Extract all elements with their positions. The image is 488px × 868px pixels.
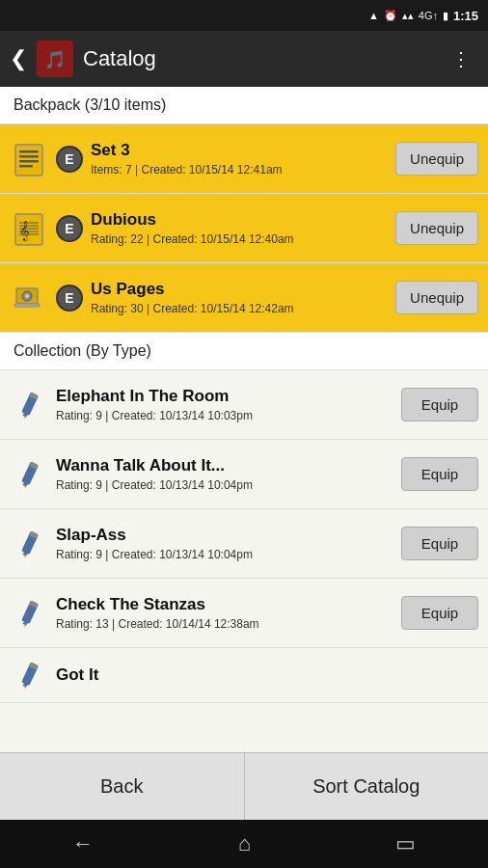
back-button[interactable]: Back <box>0 753 245 820</box>
equip-button-2[interactable]: Equip <box>401 457 478 491</box>
backpack-section-header: Backpack (3/10 items) <box>0 87 488 124</box>
collection-info-2: Wanna Talk About It... Rating: 9 | Creat… <box>56 456 393 492</box>
collection-name-4: Check The Stanzas <box>56 595 393 614</box>
network-icon: 4G↑ <box>419 10 438 21</box>
app-logo: 🎵 <box>37 41 73 77</box>
collection-meta-2: Rating: 9 | Created: 10/13/14 10:04pm <box>56 478 393 492</box>
status-time: 1:15 <box>453 9 478 23</box>
collection-item-3: Slap-Ass Rating: 9 | Created: 10/13/14 1… <box>0 509 488 579</box>
status-icons: ▲ ⏰ ▴▴ 4G↑ ▮ 1:15 <box>368 9 478 23</box>
item-info-3: Us Pages Rating: 30 | Created: 10/15/14 … <box>91 280 388 315</box>
item-icon-pencil-2 <box>10 455 48 494</box>
collection-item-1: Elephant In The Room Rating: 9 | Created… <box>0 370 488 440</box>
collection-item-2: Wanna Talk About It... Rating: 9 | Creat… <box>0 440 488 509</box>
backpack-item-3: E Us Pages Rating: 30 | Created: 10/15/1… <box>0 263 488 333</box>
sort-catalog-button[interactable]: Sort Catalog <box>245 753 489 820</box>
collection-name-2: Wanna Talk About It... <box>56 456 393 475</box>
collection-meta-1: Rating: 9 | Created: 10/13/14 10:03pm <box>56 409 393 422</box>
alarm-icon: ⏰ <box>384 10 397 22</box>
android-recent-button[interactable]: ▭ <box>395 831 416 856</box>
back-arrow-icon[interactable]: ❮ <box>10 46 27 71</box>
equipped-badge-2: E <box>56 215 83 242</box>
svg-rect-3 <box>19 150 39 153</box>
app-bar: ❮ 🎵 Catalog ⋮ <box>0 31 488 87</box>
wifi-icon: ▴▴ <box>402 10 414 22</box>
item-name-1: Set 3 <box>91 141 388 160</box>
collection-meta-4: Rating: 13 | Created: 10/14/14 12:38am <box>56 617 393 631</box>
collection-name-3: Slap-Ass <box>56 526 393 545</box>
item-info-1: Set 3 Items: 7 | Created: 10/15/14 12:41… <box>91 141 388 176</box>
collection-name-5: Got It <box>56 665 478 685</box>
svg-rect-5 <box>19 160 39 163</box>
collection-info-1: Elephant In The Room Rating: 9 | Created… <box>56 387 393 422</box>
svg-point-16 <box>25 294 29 298</box>
battery-icon: ▮ <box>443 10 448 22</box>
collection-info-4: Check The Stanzas Rating: 13 | Created: … <box>56 595 393 631</box>
equip-button-1[interactable]: Equip <box>401 388 478 421</box>
item-info-2: Dubious Rating: 22 | Created: 10/15/14 1… <box>91 210 388 246</box>
unequip-button-1[interactable]: Unequip <box>395 142 478 176</box>
android-back-button[interactable]: ← <box>72 831 94 856</box>
equip-button-4[interactable]: Equip <box>401 596 478 630</box>
collection-name-1: Elephant In The Room <box>56 387 393 406</box>
item-icon-pencil-4 <box>10 594 48 633</box>
bluetooth-icon: ▲ <box>368 10 379 21</box>
item-meta-2: Rating: 22 | Created: 10/15/14 12:40am <box>91 232 388 246</box>
overflow-menu-icon[interactable]: ⋮ <box>444 40 478 78</box>
svg-rect-4 <box>19 155 39 158</box>
svg-rect-6 <box>19 165 33 168</box>
unequip-button-2[interactable]: Unequip <box>395 211 478 245</box>
svg-text:🎵: 🎵 <box>44 49 67 70</box>
equipped-badge-1: E <box>56 146 83 173</box>
item-icon-list <box>10 140 48 178</box>
bottom-action-bar: Back Sort Catalog <box>0 752 488 820</box>
collection-section-header: Collection (By Type) <box>0 333 488 370</box>
collection-info-5: Got It <box>56 665 478 685</box>
equipped-badge-3: E <box>56 285 83 312</box>
android-nav-bar: ← ⌂ ▭ <box>0 820 488 868</box>
status-bar: ▲ ⏰ ▴▴ 4G↑ ▮ 1:15 <box>0 0 488 31</box>
collection-meta-3: Rating: 9 | Created: 10/13/14 10:04pm <box>56 548 393 561</box>
catalog-list: Backpack (3/10 items) E Set 3 Items: 7 |… <box>0 87 488 752</box>
collection-item-4: Check The Stanzas Rating: 13 | Created: … <box>0 579 488 648</box>
android-home-button[interactable]: ⌂ <box>238 831 251 856</box>
item-meta-3: Rating: 30 | Created: 10/15/14 12:42am <box>91 302 388 315</box>
logo-icon: 🎵 <box>41 44 69 73</box>
equip-button-3[interactable]: Equip <box>401 527 478 560</box>
item-name-3: Us Pages <box>91 280 388 299</box>
svg-rect-17 <box>14 304 40 307</box>
svg-text:𝄞: 𝄞 <box>19 220 30 242</box>
item-icon-disk <box>10 279 48 317</box>
item-icon-pencil-3 <box>10 525 48 563</box>
item-icon-music: 𝄞 <box>10 209 48 248</box>
collection-info-3: Slap-Ass Rating: 9 | Created: 10/13/14 1… <box>56 526 393 561</box>
item-icon-pencil-1 <box>10 386 48 424</box>
backpack-item-1: E Set 3 Items: 7 | Created: 10/15/14 12:… <box>0 124 488 194</box>
item-name-2: Dubious <box>91 210 388 230</box>
collection-item-5: Got It <box>0 648 488 703</box>
unequip-button-3[interactable]: Unequip <box>395 281 478 314</box>
item-icon-pencil-5 <box>10 656 48 694</box>
app-title: Catalog <box>83 46 434 71</box>
item-meta-1: Items: 7 | Created: 10/15/14 12:41am <box>91 163 388 176</box>
backpack-item-2: 𝄞 E Dubious Rating: 22 | Created: 10/15/… <box>0 194 488 263</box>
